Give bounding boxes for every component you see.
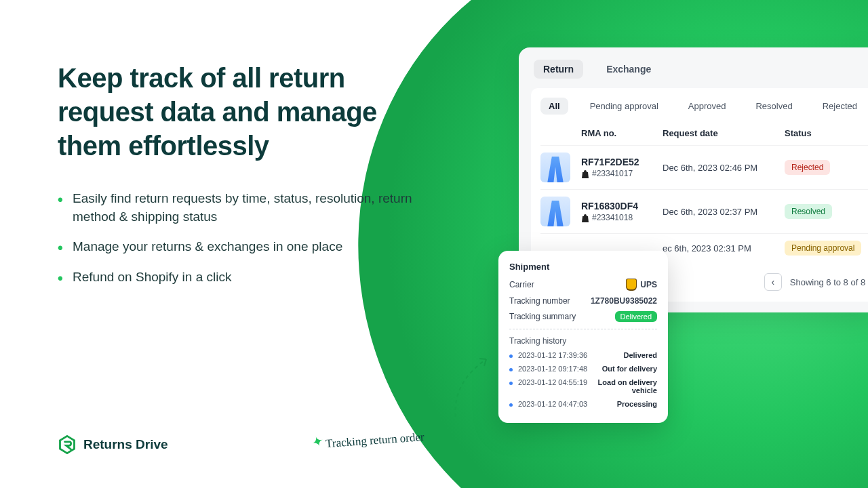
tracking-history-row: 2023-01-12 09:17:48 Out for delivery bbox=[509, 365, 657, 373]
col-header-rma: RMA no. bbox=[581, 128, 663, 138]
tracking-history-row: 2023-01-12 04:47:03 Processing bbox=[509, 400, 657, 408]
filter-all[interactable]: All bbox=[540, 98, 568, 115]
bullet-item: Manage your returns & exchanges in one p… bbox=[58, 238, 420, 256]
order-number: #23341017 bbox=[592, 169, 633, 178]
tracking-number-label: Tracking number bbox=[509, 296, 570, 306]
tab-exchange[interactable]: Exchange bbox=[597, 60, 660, 79]
status-badge: Rejected bbox=[785, 160, 830, 175]
tab-return[interactable]: Return bbox=[534, 60, 583, 79]
page-prev-button[interactable]: ‹ bbox=[764, 273, 782, 291]
feature-bullets: Easily find return requests by time, sta… bbox=[58, 190, 420, 298]
status-badge: Resolved bbox=[785, 204, 832, 219]
brand-logo-icon bbox=[58, 435, 77, 454]
order-number: #23341018 bbox=[592, 213, 633, 222]
bullet-item: Easily find return requests by time, sta… bbox=[58, 190, 420, 226]
tracking-history-title: Tracking history bbox=[509, 336, 657, 346]
tracking-summary-badge: Delivered bbox=[615, 311, 657, 322]
filter-pending[interactable]: Pending approval bbox=[582, 98, 667, 115]
filter-resolved[interactable]: Resolved bbox=[747, 98, 800, 115]
tracking-history-row: 2023-01-12 04:55:19 Load on delivery veh… bbox=[509, 378, 657, 394]
request-date: ec 6th, 2023 02:31 PM bbox=[663, 243, 785, 253]
tracking-number-value: 1Z780BU9385022 bbox=[591, 296, 657, 306]
filter-approved[interactable]: Approved bbox=[680, 98, 734, 115]
rma-number: RF16830DF4 bbox=[581, 201, 663, 211]
brand-name: Returns Drive bbox=[83, 437, 168, 452]
product-thumb bbox=[540, 152, 570, 182]
col-header-date: Request date bbox=[663, 128, 785, 138]
rma-number: RF71F2DE52 bbox=[581, 157, 663, 167]
bullet-item: Refund on Shopify in a click bbox=[58, 268, 420, 287]
product-thumb bbox=[540, 197, 570, 226]
filter-rejected[interactable]: Rejected bbox=[814, 98, 865, 115]
shipment-title: Shipment bbox=[509, 262, 657, 272]
tracking-summary-label: Tracking summary bbox=[509, 312, 576, 321]
headline: Keep track of all return request data an… bbox=[58, 61, 420, 163]
ups-logo-icon bbox=[626, 279, 637, 291]
request-date: Dec 6th, 2023 02:37 PM bbox=[663, 207, 785, 217]
table-header: RMA no. Request date Status bbox=[540, 124, 868, 145]
table-row[interactable]: RF71F2DE52 #23341017 Dec 6th, 2023 02:46… bbox=[540, 145, 868, 189]
col-header-status: Status bbox=[785, 128, 868, 138]
pagination-text: Showing 6 to 8 of 8 o bbox=[790, 277, 868, 287]
table-row[interactable]: RF16830DF4 #23341018 Dec 6th, 2023 02:37… bbox=[540, 189, 868, 233]
status-badge: Pending approval bbox=[785, 241, 861, 256]
shopify-bag-icon bbox=[581, 169, 589, 178]
carrier-label: Carrier bbox=[509, 280, 534, 289]
shopify-bag-icon bbox=[581, 214, 589, 222]
tracking-history-row: 2023-01-12 17:39:36 Delivered bbox=[509, 351, 657, 359]
annotation-arrow-icon bbox=[449, 349, 496, 424]
shipment-card: Shipment Carrier UPS Tracking number 1Z7… bbox=[498, 251, 668, 423]
request-date: Dec 6th, 2023 02:46 PM bbox=[663, 163, 785, 173]
carrier-value: UPS bbox=[626, 279, 657, 291]
